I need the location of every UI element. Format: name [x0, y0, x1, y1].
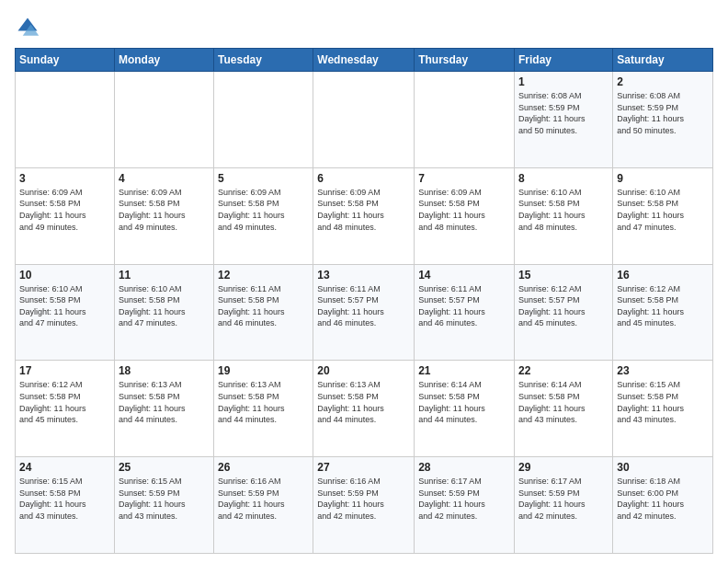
day-number: 22: [518, 364, 609, 377]
day-number: 10: [19, 269, 110, 282]
week-row-1: 3Sunrise: 6:09 AM Sunset: 5:58 PM Daylig…: [16, 167, 713, 264]
calendar-cell: 26Sunrise: 6:16 AM Sunset: 5:59 PM Dayli…: [214, 457, 313, 554]
calendar-cell: 30Sunrise: 6:18 AM Sunset: 6:00 PM Dayli…: [613, 457, 713, 554]
calendar-cell: 27Sunrise: 6:16 AM Sunset: 5:59 PM Dayli…: [313, 457, 415, 554]
calendar-cell: 12Sunrise: 6:11 AM Sunset: 5:58 PM Dayli…: [214, 264, 313, 361]
day-number: 13: [317, 269, 410, 282]
day-info: Sunrise: 6:08 AM Sunset: 5:59 PM Dayligh…: [518, 90, 609, 136]
day-info: Sunrise: 6:11 AM Sunset: 5:57 PM Dayligh…: [317, 283, 410, 329]
calendar-cell: 14Sunrise: 6:11 AM Sunset: 5:57 PM Dayli…: [415, 264, 515, 361]
calendar-cell: 22Sunrise: 6:14 AM Sunset: 5:58 PM Dayli…: [515, 361, 613, 457]
day-number: 16: [617, 269, 709, 282]
calendar-cell: [114, 72, 213, 168]
day-number: 30: [617, 461, 709, 474]
calendar-cell: 8Sunrise: 6:10 AM Sunset: 5:58 PM Daylig…: [515, 167, 613, 264]
day-info: Sunrise: 6:16 AM Sunset: 5:59 PM Dayligh…: [317, 476, 410, 522]
day-info: Sunrise: 6:13 AM Sunset: 5:58 PM Dayligh…: [317, 379, 410, 425]
calendar-cell: 16Sunrise: 6:12 AM Sunset: 5:58 PM Dayli…: [613, 264, 713, 361]
calendar-cell: 25Sunrise: 6:15 AM Sunset: 5:59 PM Dayli…: [114, 457, 213, 554]
calendar-cell: 9Sunrise: 6:10 AM Sunset: 5:58 PM Daylig…: [613, 167, 713, 264]
day-number: 7: [418, 172, 510, 185]
day-info: Sunrise: 6:14 AM Sunset: 5:58 PM Dayligh…: [418, 379, 510, 425]
day-number: 3: [19, 172, 110, 185]
day-info: Sunrise: 6:10 AM Sunset: 5:58 PM Dayligh…: [19, 283, 110, 329]
day-info: Sunrise: 6:09 AM Sunset: 5:58 PM Dayligh…: [119, 187, 210, 233]
day-number: 23: [617, 364, 709, 377]
day-info: Sunrise: 6:11 AM Sunset: 5:57 PM Dayligh…: [418, 283, 510, 329]
day-number: 27: [317, 461, 410, 474]
calendar-cell: [415, 72, 515, 168]
weekday-header-tuesday: Tuesday: [214, 49, 313, 72]
day-number: 29: [518, 461, 609, 474]
day-info: Sunrise: 6:17 AM Sunset: 5:59 PM Dayligh…: [418, 476, 510, 522]
day-number: 8: [518, 172, 609, 185]
day-info: Sunrise: 6:15 AM Sunset: 5:58 PM Dayligh…: [19, 476, 110, 522]
calendar-cell: 17Sunrise: 6:12 AM Sunset: 5:58 PM Dayli…: [16, 361, 115, 457]
day-number: 20: [317, 364, 410, 377]
week-row-0: 1Sunrise: 6:08 AM Sunset: 5:59 PM Daylig…: [16, 72, 713, 168]
calendar-cell: 10Sunrise: 6:10 AM Sunset: 5:58 PM Dayli…: [16, 264, 115, 361]
day-number: 2: [617, 75, 709, 88]
day-number: 19: [218, 364, 309, 377]
weekday-header-sunday: Sunday: [16, 49, 115, 72]
day-info: Sunrise: 6:10 AM Sunset: 5:58 PM Dayligh…: [518, 187, 609, 233]
day-number: 18: [119, 364, 210, 377]
weekday-header-wednesday: Wednesday: [313, 49, 415, 72]
day-number: 4: [119, 172, 210, 185]
weekday-header-friday: Friday: [515, 49, 613, 72]
logo-icon: [15, 15, 40, 40]
page: SundayMondayTuesdayWednesdayThursdayFrid…: [0, 0, 728, 563]
calendar-cell: 23Sunrise: 6:15 AM Sunset: 5:58 PM Dayli…: [613, 361, 713, 457]
day-number: 14: [418, 269, 510, 282]
calendar-cell: 6Sunrise: 6:09 AM Sunset: 5:58 PM Daylig…: [313, 167, 415, 264]
day-number: 5: [218, 172, 309, 185]
calendar-cell: 1Sunrise: 6:08 AM Sunset: 5:59 PM Daylig…: [515, 72, 613, 168]
day-info: Sunrise: 6:12 AM Sunset: 5:58 PM Dayligh…: [19, 379, 110, 425]
day-info: Sunrise: 6:09 AM Sunset: 5:58 PM Dayligh…: [218, 187, 309, 233]
day-number: 26: [218, 461, 309, 474]
calendar: SundayMondayTuesdayWednesdayThursdayFrid…: [15, 48, 713, 554]
calendar-cell: 24Sunrise: 6:15 AM Sunset: 5:58 PM Dayli…: [16, 457, 115, 554]
day-info: Sunrise: 6:13 AM Sunset: 5:58 PM Dayligh…: [218, 379, 309, 425]
day-number: 1: [518, 75, 609, 88]
calendar-cell: 5Sunrise: 6:09 AM Sunset: 5:58 PM Daylig…: [214, 167, 313, 264]
day-info: Sunrise: 6:09 AM Sunset: 5:58 PM Dayligh…: [19, 187, 110, 233]
day-info: Sunrise: 6:18 AM Sunset: 6:00 PM Dayligh…: [617, 476, 709, 522]
calendar-cell: 15Sunrise: 6:12 AM Sunset: 5:57 PM Dayli…: [515, 264, 613, 361]
week-row-2: 10Sunrise: 6:10 AM Sunset: 5:58 PM Dayli…: [16, 264, 713, 361]
day-info: Sunrise: 6:09 AM Sunset: 5:58 PM Dayligh…: [317, 187, 410, 233]
day-info: Sunrise: 6:13 AM Sunset: 5:58 PM Dayligh…: [119, 379, 210, 425]
day-number: 25: [119, 461, 210, 474]
day-number: 21: [418, 364, 510, 377]
day-number: 6: [317, 172, 410, 185]
calendar-cell: [16, 72, 115, 168]
day-number: 15: [518, 269, 609, 282]
day-info: Sunrise: 6:15 AM Sunset: 5:59 PM Dayligh…: [119, 476, 210, 522]
day-info: Sunrise: 6:10 AM Sunset: 5:58 PM Dayligh…: [119, 283, 210, 329]
day-info: Sunrise: 6:17 AM Sunset: 5:59 PM Dayligh…: [518, 476, 609, 522]
calendar-cell: 3Sunrise: 6:09 AM Sunset: 5:58 PM Daylig…: [16, 167, 115, 264]
weekday-header-saturday: Saturday: [613, 49, 713, 72]
day-number: 9: [617, 172, 709, 185]
day-number: 17: [19, 364, 110, 377]
day-info: Sunrise: 6:14 AM Sunset: 5:58 PM Dayligh…: [518, 379, 609, 425]
logo: [15, 15, 44, 40]
calendar-cell: 2Sunrise: 6:08 AM Sunset: 5:59 PM Daylig…: [613, 72, 713, 168]
weekday-header-row: SundayMondayTuesdayWednesdayThursdayFrid…: [16, 49, 713, 72]
day-info: Sunrise: 6:12 AM Sunset: 5:57 PM Dayligh…: [518, 283, 609, 329]
calendar-cell: 21Sunrise: 6:14 AM Sunset: 5:58 PM Dayli…: [415, 361, 515, 457]
calendar-table: SundayMondayTuesdayWednesdayThursdayFrid…: [15, 48, 713, 554]
day-number: 12: [218, 269, 309, 282]
calendar-cell: [214, 72, 313, 168]
weekday-header-monday: Monday: [114, 49, 213, 72]
day-info: Sunrise: 6:16 AM Sunset: 5:59 PM Dayligh…: [218, 476, 309, 522]
header: [15, 15, 713, 40]
day-info: Sunrise: 6:09 AM Sunset: 5:58 PM Dayligh…: [418, 187, 510, 233]
calendar-cell: 28Sunrise: 6:17 AM Sunset: 5:59 PM Dayli…: [415, 457, 515, 554]
day-info: Sunrise: 6:10 AM Sunset: 5:58 PM Dayligh…: [617, 187, 709, 233]
calendar-cell: 20Sunrise: 6:13 AM Sunset: 5:58 PM Dayli…: [313, 361, 415, 457]
calendar-cell: 19Sunrise: 6:13 AM Sunset: 5:58 PM Dayli…: [214, 361, 313, 457]
week-row-4: 24Sunrise: 6:15 AM Sunset: 5:58 PM Dayli…: [16, 457, 713, 554]
calendar-cell: 11Sunrise: 6:10 AM Sunset: 5:58 PM Dayli…: [114, 264, 213, 361]
day-info: Sunrise: 6:11 AM Sunset: 5:58 PM Dayligh…: [218, 283, 309, 329]
